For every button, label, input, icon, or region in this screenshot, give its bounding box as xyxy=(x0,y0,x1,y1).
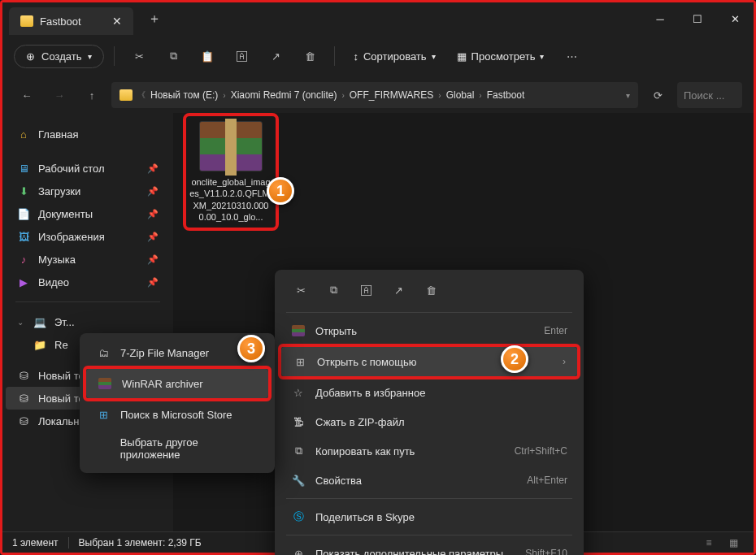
view-list-icon[interactable]: ≡ xyxy=(698,535,719,551)
skype-icon: Ⓢ xyxy=(291,509,306,524)
pin-icon: 📌 xyxy=(147,232,159,242)
plus-icon: ⊕ xyxy=(26,50,35,63)
tab-fastboot[interactable]: Fastboot ✕ xyxy=(9,7,133,35)
sidebar-this-pc[interactable]: ⌄💻Эт... xyxy=(6,310,170,333)
ctx-open[interactable]: Открыть Enter xyxy=(280,316,579,345)
create-label: Создать xyxy=(41,50,81,63)
delete-icon[interactable]: 🗑 xyxy=(416,278,445,302)
back-button[interactable]: ← xyxy=(14,82,40,108)
sub-store[interactable]: ⊞ Поиск в Microsoft Store xyxy=(85,400,270,429)
refresh-button[interactable]: ⟳ xyxy=(645,82,671,108)
badge-1: 1 xyxy=(267,177,294,205)
lbl: Re xyxy=(54,339,68,351)
maximize-button[interactable]: ☐ xyxy=(679,2,716,35)
badge-2: 2 xyxy=(501,345,528,373)
zip-icon: 🗜 xyxy=(291,416,306,428)
ctx-skype[interactable]: Ⓢ Поделиться в Skype xyxy=(280,502,579,531)
tab-add-button[interactable]: ＋ xyxy=(148,11,161,28)
view-label: Просмотреть xyxy=(471,50,536,63)
lbl: Поделиться в Skype xyxy=(315,511,415,523)
ctx-favorite[interactable]: ☆ Добавить в избранное xyxy=(280,378,579,407)
up-button[interactable]: ↑ xyxy=(79,82,105,108)
drive-icon: ⛁ xyxy=(17,414,30,427)
sub-winrar[interactable]: WinRAR archiver xyxy=(86,369,268,398)
drive-icon: ⛁ xyxy=(17,369,30,382)
sidebar-video[interactable]: ▶Видео📌 xyxy=(6,271,170,293)
lbl: Видео xyxy=(38,276,69,288)
cut-icon[interactable]: ✂ xyxy=(286,278,315,302)
ctx-properties[interactable]: 🔧 Свойства Alt+Enter xyxy=(280,466,579,495)
pin-icon: 📌 xyxy=(147,277,159,288)
sidebar-documents[interactable]: 📄Документы📌 xyxy=(6,202,170,225)
selection-info: Выбран 1 элемент: 2,39 ГБ xyxy=(79,537,202,548)
delete-icon[interactable]: 🗑 xyxy=(295,41,324,71)
create-button[interactable]: ⊕ Создать ▾ xyxy=(14,45,104,68)
ctx-copy-path[interactable]: ⧉ Копировать как путь Ctrl+Shift+C xyxy=(280,436,579,466)
view-grid-icon[interactable]: ▦ xyxy=(723,535,744,551)
paste-icon[interactable]: 📋 xyxy=(193,41,222,71)
folder-icon xyxy=(119,89,133,101)
star-icon: ☆ xyxy=(291,387,306,399)
video-icon: ▶ xyxy=(17,275,30,288)
winrar-icon xyxy=(292,325,305,336)
sidebar-images[interactable]: 🖼Изображения📌 xyxy=(6,225,170,248)
chevron-down-icon: ▾ xyxy=(88,52,92,61)
crumb-0[interactable]: Новый том (E:) xyxy=(150,89,218,101)
breadcrumb-bar[interactable]: 《 Новый том (E:)› Xiaomi Redmi 7 (onclit… xyxy=(111,82,638,108)
ctx-more-options[interactable]: ⊕ Показать дополнительные параметры Shif… xyxy=(280,539,579,555)
rename-icon[interactable]: 🄰 xyxy=(351,278,380,302)
sub-other-app[interactable]: Выбрать другое приложение xyxy=(85,429,270,468)
sidebar-home[interactable]: ⌂ Главная xyxy=(6,123,170,145)
tab-close-icon[interactable]: ✕ xyxy=(112,15,122,28)
close-button[interactable]: ✕ xyxy=(716,2,754,35)
crumb-1[interactable]: Xiaomi Redmi 7 (onclite) xyxy=(231,89,337,101)
chevron-down-icon: ▾ xyxy=(432,52,436,61)
lbl: Копировать как путь xyxy=(315,445,415,457)
crumb-4[interactable]: Fastboot xyxy=(487,89,525,101)
gear-icon: 🔧 xyxy=(291,475,306,487)
sidebar-downloads[interactable]: ⬇Загрузки📌 xyxy=(6,180,170,202)
collapse-icon[interactable]: ⌄ xyxy=(17,318,24,327)
lbl: Загрузки xyxy=(38,185,80,197)
more-icon: ⊕ xyxy=(291,548,306,556)
address-bar: ← → ↑ 《 Новый том (E:)› Xiaomi Redmi 7 (… xyxy=(2,77,754,113)
search-input[interactable]: Поиск ... xyxy=(677,82,742,108)
ctx-open-with[interactable]: ⊞ Открыть с помощью › xyxy=(281,347,577,376)
lbl: Свойства xyxy=(315,475,362,487)
more-icon[interactable]: ⋯ xyxy=(557,41,586,71)
view-button[interactable]: ▦ Просмотреть ▾ xyxy=(449,46,553,67)
sidebar-desktop[interactable]: 🖥Рабочий стол📌 xyxy=(6,157,170,180)
toolbar: ⊕ Создать ▾ ✂ ⧉ 📋 🄰 ↗ 🗑 ↕ Сортировать ▾ … xyxy=(2,35,754,77)
sort-icon: ↕ xyxy=(353,50,358,63)
share-icon[interactable]: ↗ xyxy=(261,41,290,71)
sidebar-music[interactable]: ♪Музыка📌 xyxy=(6,248,170,271)
shortcut: Ctrl+Shift+C xyxy=(515,445,567,457)
copy-path-icon: ⧉ xyxy=(291,444,306,457)
copy-icon[interactable]: ⧉ xyxy=(319,278,348,302)
forward-button[interactable]: → xyxy=(46,82,72,108)
lbl: Открыть с помощью xyxy=(317,356,416,368)
rename-icon[interactable]: 🄰 xyxy=(227,41,256,71)
minimize-button[interactable]: ─ xyxy=(641,2,679,35)
desktop-icon: 🖥 xyxy=(17,162,30,175)
cut-icon[interactable]: ✂ xyxy=(124,41,154,71)
tab-title: Fastboot xyxy=(40,15,81,28)
ctx-zip[interactable]: 🗜 Сжать в ZIP-файл xyxy=(280,407,579,436)
copy-icon[interactable]: ⧉ xyxy=(159,41,188,71)
crumb-2[interactable]: OFF_FIRMWARES xyxy=(350,89,434,101)
sort-button[interactable]: ↕ Сортировать ▾ xyxy=(345,46,443,67)
store-icon: ⊞ xyxy=(96,409,111,421)
crumb-3[interactable]: Global xyxy=(446,89,475,101)
pin-icon: 📌 xyxy=(147,186,159,197)
file-item[interactable]: onclite_global_images_V11.0.2.0.QFLMIXM_… xyxy=(183,113,279,231)
context-menu: ✂ ⧉ 🄰 ↗ 🗑 Открыть Enter ⊞ Открыть с помо… xyxy=(275,270,584,555)
view-icon: ▦ xyxy=(457,50,467,63)
lbl: Рабочий стол xyxy=(38,163,105,175)
titlebar: Fastboot ✕ ＋ ─ ☐ ✕ xyxy=(2,2,754,35)
image-icon: 🖼 xyxy=(17,230,30,243)
folder-icon: 📁 xyxy=(33,338,46,351)
lbl: Документы xyxy=(38,208,93,220)
chevron-down-icon: ▾ xyxy=(540,52,544,61)
open-with-icon: ⊞ xyxy=(293,356,307,368)
share-icon[interactable]: ↗ xyxy=(384,278,413,302)
